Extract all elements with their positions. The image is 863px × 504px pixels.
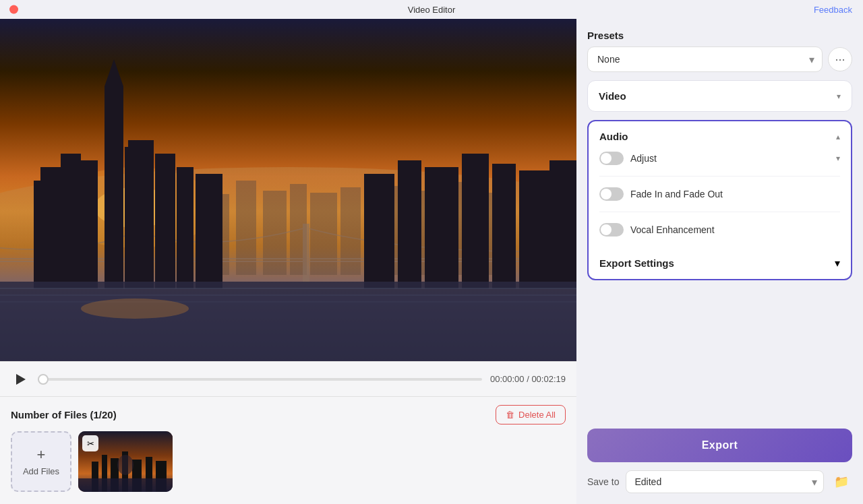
scissors-icon: ✂ bbox=[82, 435, 98, 451]
total-time: 00:02:19 bbox=[531, 374, 566, 384]
vocal-label: Vocal Enhancement bbox=[630, 224, 715, 235]
video-chevron-down-icon: ▾ bbox=[837, 92, 841, 101]
svg-rect-39 bbox=[0, 282, 576, 361]
export-settings-chevron-icon: ▾ bbox=[835, 257, 840, 270]
current-time: 00:00:00 bbox=[490, 374, 525, 384]
svg-rect-28 bbox=[125, 147, 131, 288]
save-to-select-wrapper: Edited Downloads Desktop Documents ▾ bbox=[626, 470, 824, 493]
presets-label: Presets bbox=[587, 30, 852, 41]
add-files-button[interactable]: + Add Files bbox=[11, 431, 71, 492]
svg-rect-36 bbox=[492, 164, 516, 288]
svg-rect-53 bbox=[78, 478, 173, 492]
fade-label: Fade In and Fade Out bbox=[630, 189, 723, 199]
left-panel: 00:00:00 / 00:02:19 Number of Files (1/2… bbox=[0, 19, 576, 504]
file-list: + Add Files bbox=[11, 431, 566, 492]
adjust-toggle-row: Adjust bbox=[599, 152, 657, 165]
preset-select-wrapper: None Cinematic Vivid Warm Cool ▾ bbox=[587, 46, 823, 72]
save-to-row: Save to Edited Downloads Desktop Documen… bbox=[587, 470, 852, 493]
svg-rect-18 bbox=[303, 224, 309, 282]
presets-section: Presets None Cinematic Vivid Warm Cool ▾… bbox=[587, 30, 852, 72]
svg-rect-27 bbox=[128, 140, 154, 288]
preset-select[interactable]: None Cinematic Vivid Warm Cool bbox=[587, 46, 823, 72]
spacer bbox=[587, 288, 852, 420]
svg-rect-38 bbox=[549, 160, 576, 288]
fade-toggle-row: Fade In and Fade Out bbox=[599, 187, 723, 201]
video-section-label: Video bbox=[599, 90, 626, 102]
save-to-label: Save to bbox=[587, 476, 619, 487]
audio-divider-2 bbox=[599, 212, 840, 212]
close-button[interactable] bbox=[9, 5, 18, 14]
svg-marker-44 bbox=[16, 374, 26, 385]
trash-icon: 🗑 bbox=[506, 410, 514, 420]
play-button[interactable] bbox=[11, 370, 30, 389]
svg-rect-33 bbox=[398, 160, 421, 288]
svg-rect-25 bbox=[81, 160, 98, 288]
vocal-slider bbox=[599, 223, 624, 237]
video-background bbox=[0, 19, 576, 361]
audio-section-label: Audio bbox=[599, 131, 628, 142]
video-preview bbox=[0, 19, 576, 361]
file-count: Number of Files (1/20) bbox=[11, 409, 117, 420]
svg-rect-35 bbox=[462, 154, 489, 288]
play-icon bbox=[13, 373, 27, 386]
svg-rect-29 bbox=[155, 154, 175, 288]
fade-toggle[interactable] bbox=[599, 187, 624, 201]
app-title: Video Editor bbox=[408, 5, 456, 15]
vocal-toggle[interactable] bbox=[599, 223, 624, 237]
feedback-link[interactable]: Feedback bbox=[814, 5, 852, 15]
fade-slider bbox=[599, 187, 624, 201]
vocal-option: Vocal Enhancement bbox=[599, 223, 840, 237]
playback-controls: 00:00:00 / 00:02:19 bbox=[0, 361, 576, 396]
svg-point-54 bbox=[117, 455, 133, 475]
audio-content: Adjust ▾ Fade In and Fade Out bbox=[589, 152, 851, 247]
add-files-label: Add Files bbox=[23, 466, 59, 476]
save-to-select[interactable]: Edited Downloads Desktop Documents bbox=[626, 470, 824, 493]
main-layout: 00:00:00 / 00:02:19 Number of Files (1/2… bbox=[0, 19, 863, 504]
svg-rect-30 bbox=[177, 167, 194, 288]
file-section: Number of Files (1/20) 🗑 Delete All + Ad… bbox=[0, 396, 576, 504]
svg-rect-26 bbox=[67, 164, 78, 288]
folder-button[interactable]: 📁 bbox=[831, 471, 852, 493]
more-options-button[interactable]: ··· bbox=[828, 47, 852, 71]
fade-option: Fade In and Fade Out bbox=[599, 187, 840, 201]
video-section-header[interactable]: Video ▾ bbox=[588, 81, 852, 111]
vocal-toggle-row: Vocal Enhancement bbox=[599, 223, 715, 237]
video-section: Video ▾ bbox=[587, 80, 852, 112]
svg-rect-31 bbox=[196, 174, 222, 288]
plus-icon: + bbox=[37, 447, 46, 462]
presets-row: None Cinematic Vivid Warm Cool ▾ ··· bbox=[587, 46, 852, 72]
more-horiz-icon: ··· bbox=[835, 53, 845, 67]
export-settings-header[interactable]: Export Settings ▾ bbox=[589, 247, 851, 279]
audio-chevron-up-icon: ▴ bbox=[836, 132, 840, 141]
audio-divider-1 bbox=[599, 176, 840, 177]
adjust-option: Adjust ▾ bbox=[599, 152, 840, 165]
audio-section: Audio ▴ Adjust ▾ bbox=[587, 120, 852, 280]
adjust-expand-icon: ▾ bbox=[836, 154, 840, 163]
city-skyline bbox=[0, 19, 576, 361]
delete-all-label: Delete All bbox=[518, 410, 556, 420]
adjust-slider bbox=[599, 152, 624, 165]
delete-all-button[interactable]: 🗑 Delete All bbox=[496, 405, 566, 424]
svg-rect-21 bbox=[108, 85, 120, 88]
progress-bar[interactable] bbox=[38, 378, 482, 381]
adjust-toggle[interactable] bbox=[599, 152, 624, 165]
export-button[interactable]: Export bbox=[587, 429, 852, 462]
time-display: 00:00:00 / 00:02:19 bbox=[490, 374, 566, 384]
svg-rect-23 bbox=[34, 181, 47, 288]
audio-section-header[interactable]: Audio ▴ bbox=[589, 121, 851, 152]
svg-rect-32 bbox=[364, 174, 394, 288]
file-thumbnail[interactable]: ✂ bbox=[78, 431, 173, 492]
right-panel: Presets None Cinematic Vivid Warm Cool ▾… bbox=[576, 19, 863, 504]
export-settings-label: Export Settings bbox=[599, 257, 674, 269]
svg-rect-37 bbox=[519, 170, 553, 288]
svg-point-43 bbox=[81, 298, 189, 319]
svg-rect-19 bbox=[105, 86, 123, 288]
progress-handle[interactable] bbox=[38, 374, 49, 385]
svg-rect-34 bbox=[425, 167, 458, 288]
file-header: Number of Files (1/20) 🗑 Delete All bbox=[11, 405, 566, 424]
title-bar: Video Editor Feedback bbox=[0, 0, 863, 19]
adjust-label: Adjust bbox=[630, 153, 657, 164]
folder-icon: 📁 bbox=[834, 474, 849, 489]
